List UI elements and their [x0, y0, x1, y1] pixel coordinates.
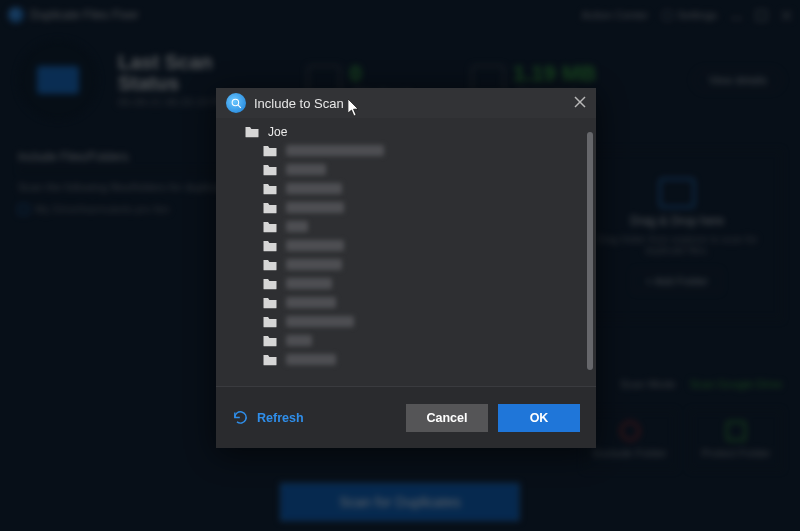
tree-item[interactable] — [244, 312, 596, 331]
ok-button[interactable]: OK — [498, 404, 580, 432]
dialog-close-button[interactable] — [574, 96, 586, 111]
tree-item[interactable] — [244, 293, 596, 312]
dialog-title: Include to Scan — [254, 96, 344, 111]
tree-item[interactable] — [244, 217, 596, 236]
refresh-button[interactable]: Refresh — [232, 409, 304, 426]
include-to-scan-dialog: Include to Scan Joe Refresh Cancel OK — [216, 88, 596, 448]
tree-item[interactable] — [244, 255, 596, 274]
tree-item[interactable] — [244, 331, 596, 350]
mouse-cursor — [348, 99, 361, 117]
dialog-titlebar: Include to Scan — [216, 88, 596, 118]
folder-tree[interactable]: Joe — [216, 118, 596, 384]
tree-scrollbar[interactable] — [587, 132, 593, 370]
tree-item[interactable] — [244, 141, 596, 160]
tree-item[interactable] — [244, 160, 596, 179]
tree-item[interactable] — [244, 198, 596, 217]
cancel-button[interactable]: Cancel — [406, 404, 488, 432]
tree-item[interactable] — [244, 350, 596, 369]
tree-item[interactable] — [244, 274, 596, 293]
dialog-search-icon — [226, 93, 246, 113]
tree-item[interactable] — [244, 179, 596, 198]
tree-item[interactable] — [244, 236, 596, 255]
tree-item[interactable]: Joe — [244, 122, 596, 141]
svg-point-0 — [232, 99, 239, 106]
dialog-footer: Refresh Cancel OK — [216, 386, 596, 448]
refresh-icon — [232, 409, 249, 426]
close-icon — [574, 96, 586, 108]
svg-line-1 — [238, 105, 241, 108]
